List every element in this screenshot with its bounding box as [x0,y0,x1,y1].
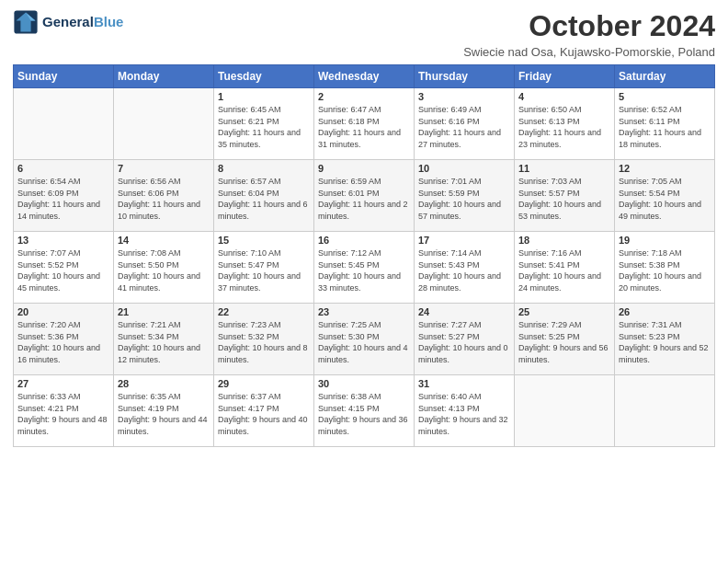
day-number: 15 [218,235,310,246]
day-info: Sunrise: 7:31 AM Sunset: 5:23 PM Dayligh… [619,319,711,365]
table-row: 25Sunrise: 7:29 AM Sunset: 5:25 PM Dayli… [515,304,615,375]
day-info: Sunrise: 6:52 AM Sunset: 6:11 PM Dayligh… [619,104,711,150]
day-info: Sunrise: 6:40 AM Sunset: 4:13 PM Dayligh… [418,391,510,437]
page: GeneralBlue October 2024 Swiecie nad Osa… [0,0,728,563]
day-number: 13 [17,235,109,246]
table-row: 29Sunrise: 6:37 AM Sunset: 4:17 PM Dayli… [214,375,314,447]
day-info: Sunrise: 7:27 AM Sunset: 5:27 PM Dayligh… [418,319,510,365]
day-number: 18 [518,235,610,246]
subtitle: Swiecie nad Osa, Kujawsko-Pomorskie, Pol… [463,45,715,59]
col-thursday: Thursday [415,65,515,88]
col-sunday: Sunday [14,65,114,88]
day-number: 3 [418,91,510,102]
day-info: Sunrise: 6:35 AM Sunset: 4:19 PM Dayligh… [118,391,210,437]
table-row: 11Sunrise: 7:03 AM Sunset: 5:57 PM Dayli… [515,160,615,232]
day-number: 12 [619,163,711,174]
day-info: Sunrise: 6:33 AM Sunset: 4:21 PM Dayligh… [17,391,109,437]
day-number: 10 [418,163,510,174]
day-number: 20 [17,306,109,317]
table-row [615,375,715,447]
day-info: Sunrise: 6:37 AM Sunset: 4:17 PM Dayligh… [218,391,310,437]
day-number: 8 [218,163,310,174]
day-info: Sunrise: 6:59 AM Sunset: 6:01 PM Dayligh… [318,176,410,222]
table-row [114,88,214,160]
day-info: Sunrise: 7:25 AM Sunset: 5:30 PM Dayligh… [318,319,410,365]
day-info: Sunrise: 6:56 AM Sunset: 6:06 PM Dayligh… [118,176,210,222]
col-friday: Friday [515,65,615,88]
day-info: Sunrise: 7:10 AM Sunset: 5:47 PM Dayligh… [218,247,310,293]
day-info: Sunrise: 6:47 AM Sunset: 6:18 PM Dayligh… [318,104,410,150]
table-row: 15Sunrise: 7:10 AM Sunset: 5:47 PM Dayli… [214,232,314,304]
day-info: Sunrise: 7:23 AM Sunset: 5:32 PM Dayligh… [218,319,310,365]
day-number: 19 [619,235,711,246]
table-row: 30Sunrise: 6:38 AM Sunset: 4:15 PM Dayli… [314,375,415,447]
table-row: 20Sunrise: 7:20 AM Sunset: 5:36 PM Dayli… [14,304,114,375]
table-row: 23Sunrise: 7:25 AM Sunset: 5:30 PM Dayli… [314,304,415,375]
day-number: 7 [118,163,210,174]
table-row: 9Sunrise: 6:59 AM Sunset: 6:01 PM Daylig… [314,160,415,232]
table-row: 1Sunrise: 6:45 AM Sunset: 6:21 PM Daylig… [214,88,314,160]
day-number: 28 [118,378,210,389]
day-number: 29 [218,378,310,389]
table-row: 12Sunrise: 7:05 AM Sunset: 5:54 PM Dayli… [615,160,715,232]
calendar-header-row: Sunday Monday Tuesday Wednesday Thursday… [14,65,715,88]
table-row: 22Sunrise: 7:23 AM Sunset: 5:32 PM Dayli… [214,304,314,375]
day-number: 24 [418,306,510,317]
table-row: 3Sunrise: 6:49 AM Sunset: 6:16 PM Daylig… [415,88,515,160]
table-row [515,375,615,447]
day-info: Sunrise: 7:16 AM Sunset: 5:41 PM Dayligh… [518,247,610,293]
table-row: 2Sunrise: 6:47 AM Sunset: 6:18 PM Daylig… [314,88,415,160]
table-row: 13Sunrise: 7:07 AM Sunset: 5:52 PM Dayli… [14,232,114,304]
day-info: Sunrise: 7:29 AM Sunset: 5:25 PM Dayligh… [518,319,610,365]
day-info: Sunrise: 7:21 AM Sunset: 5:34 PM Dayligh… [118,319,210,365]
day-info: Sunrise: 7:05 AM Sunset: 5:54 PM Dayligh… [619,176,711,222]
table-row: 10Sunrise: 7:01 AM Sunset: 5:59 PM Dayli… [415,160,515,232]
table-row: 31Sunrise: 6:40 AM Sunset: 4:13 PM Dayli… [415,375,515,447]
logo: GeneralBlue [13,9,123,35]
table-row [14,88,114,160]
table-row: 24Sunrise: 7:27 AM Sunset: 5:27 PM Dayli… [415,304,515,375]
day-info: Sunrise: 7:14 AM Sunset: 5:43 PM Dayligh… [418,247,510,293]
table-row: 26Sunrise: 7:31 AM Sunset: 5:23 PM Dayli… [615,304,715,375]
title-block: October 2024 Swiecie nad Osa, Kujawsko-P… [463,9,715,59]
day-number: 2 [318,91,410,102]
day-number: 23 [318,306,410,317]
col-saturday: Saturday [615,65,715,88]
calendar: Sunday Monday Tuesday Wednesday Thursday… [13,64,715,447]
month-title: October 2024 [463,9,715,43]
header: GeneralBlue October 2024 Swiecie nad Osa… [13,9,715,59]
day-info: Sunrise: 7:08 AM Sunset: 5:50 PM Dayligh… [118,247,210,293]
day-number: 14 [118,235,210,246]
day-number: 21 [118,306,210,317]
day-info: Sunrise: 7:03 AM Sunset: 5:57 PM Dayligh… [518,176,610,222]
day-number: 27 [17,378,109,389]
day-number: 30 [318,378,410,389]
day-info: Sunrise: 7:01 AM Sunset: 5:59 PM Dayligh… [418,176,510,222]
day-number: 11 [518,163,610,174]
table-row: 5Sunrise: 6:52 AM Sunset: 6:11 PM Daylig… [615,88,715,160]
day-number: 26 [619,306,711,317]
col-wednesday: Wednesday [314,65,415,88]
day-info: Sunrise: 7:12 AM Sunset: 5:45 PM Dayligh… [318,247,410,293]
day-info: Sunrise: 7:18 AM Sunset: 5:38 PM Dayligh… [619,247,711,293]
table-row: 18Sunrise: 7:16 AM Sunset: 5:41 PM Dayli… [515,232,615,304]
table-row: 21Sunrise: 7:21 AM Sunset: 5:34 PM Dayli… [114,304,214,375]
day-info: Sunrise: 6:49 AM Sunset: 6:16 PM Dayligh… [418,104,510,150]
table-row: 4Sunrise: 6:50 AM Sunset: 6:13 PM Daylig… [515,88,615,160]
col-monday: Monday [114,65,214,88]
logo-text: GeneralBlue [42,14,123,30]
day-number: 5 [619,91,711,102]
day-info: Sunrise: 7:20 AM Sunset: 5:36 PM Dayligh… [17,319,109,365]
day-number: 22 [218,306,310,317]
day-number: 9 [318,163,410,174]
table-row: 6Sunrise: 6:54 AM Sunset: 6:09 PM Daylig… [14,160,114,232]
table-row: 27Sunrise: 6:33 AM Sunset: 4:21 PM Dayli… [14,375,114,447]
day-number: 17 [418,235,510,246]
table-row: 17Sunrise: 7:14 AM Sunset: 5:43 PM Dayli… [415,232,515,304]
day-number: 6 [17,163,109,174]
day-number: 1 [218,91,310,102]
day-info: Sunrise: 6:45 AM Sunset: 6:21 PM Dayligh… [218,104,310,150]
day-number: 16 [318,235,410,246]
day-number: 4 [518,91,610,102]
day-info: Sunrise: 7:07 AM Sunset: 5:52 PM Dayligh… [17,247,109,293]
